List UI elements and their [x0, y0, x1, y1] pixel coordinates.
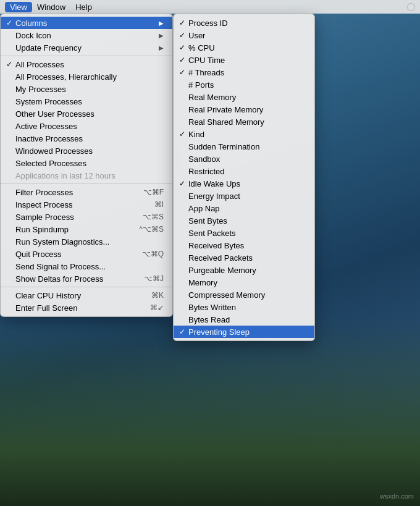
shortcut-inspect-process: ⌘I — [154, 200, 164, 209]
label-app-nap: App Nap — [188, 204, 306, 213]
traffic-light-close — [407, 3, 415, 11]
menu-item-run-spindump[interactable]: Run Spindump ^⌥⌘S — [1, 223, 172, 235]
menu-item-columns[interactable]: ✓ Columns ▶ — [1, 17, 172, 29]
submenu-item-sandbox[interactable]: Sandbox — [174, 153, 314, 165]
submenu-item-sent-bytes[interactable]: Sent Bytes — [174, 214, 314, 227]
label-send-signal: Send Signal to Process... — [15, 262, 164, 271]
submenu-item-cpu-pct[interactable]: ✓ % CPU — [174, 41, 314, 54]
label-received-bytes: Received Bytes — [188, 241, 306, 250]
menu-item-selected-processes[interactable]: Selected Processes — [1, 157, 172, 169]
submenu-item-kind[interactable]: ✓ Kind — [174, 128, 314, 140]
label-update-freq: Update Frequency — [15, 43, 154, 53]
shortcut-enter-fullscreen: ⌘↙ — [150, 303, 164, 312]
label-selected-processes: Selected Processes — [15, 159, 164, 168]
menu-item-all-hier[interactable]: All Processes, Hierarchically — [1, 70, 172, 83]
label-sample-process: Sample Process — [15, 213, 130, 222]
background-scenery — [0, 321, 420, 506]
menu-item-all-processes[interactable]: ✓ All Processes — [1, 58, 172, 70]
menu-item-windowed-processes[interactable]: Windowed Processes — [1, 145, 172, 157]
menu-bar: View Window Help — [0, 0, 420, 14]
label-show-deltas: Show Deltas for Process — [15, 274, 132, 284]
label-idle-wake-ups: Idle Wake Ups — [188, 179, 306, 188]
menu-item-my-processes[interactable]: My Processes — [1, 83, 172, 95]
label-sent-bytes: Sent Bytes — [188, 216, 306, 226]
submenu-item-restricted[interactable]: Restricted — [174, 165, 314, 177]
submenu-item-process-id[interactable]: ✓ Process ID — [174, 17, 314, 29]
submenu-item-user[interactable]: ✓ User — [174, 29, 314, 41]
label-memory: Memory — [188, 278, 306, 287]
menu-item-quit-process[interactable]: Quit Process ⌥⌘Q — [1, 248, 172, 260]
submenu-item-purgeable-memory[interactable]: Purgeable Memory — [174, 264, 314, 276]
menu-bar-view[interactable]: View — [5, 2, 32, 12]
label-enter-fullscreen: Enter Full Screen — [15, 303, 138, 313]
menu-item-other-user[interactable]: Other User Processes — [1, 108, 172, 120]
label-all-processes: All Processes — [15, 60, 164, 69]
label-cpu-pct: % CPU — [188, 43, 306, 53]
shortcut-run-spindump: ^⌥⌘S — [139, 225, 164, 234]
submenu-item-memory[interactable]: Memory — [174, 276, 314, 289]
menu-item-sample-process[interactable]: Sample Process ⌥⌘S — [1, 211, 172, 223]
submenu-item-real-memory[interactable]: Real Memory — [174, 91, 314, 103]
label-system-processes: System Processes — [15, 97, 164, 106]
menu-item-enter-fullscreen[interactable]: Enter Full Screen ⌘↙ — [1, 301, 172, 314]
label-sudden-termination: Sudden Termination — [188, 142, 306, 151]
menu-item-inspect-process[interactable]: Inspect Process ⌘I — [1, 198, 172, 211]
menu-bar-window[interactable]: Window — [32, 2, 70, 12]
label-columns: Columns — [15, 19, 154, 28]
label-run-spindump: Run Spindump — [15, 225, 127, 234]
menu-item-active-processes[interactable]: Active Processes — [1, 120, 172, 132]
label-run-system-diag: Run System Diagnostics... — [15, 237, 164, 247]
submenu-item-received-bytes[interactable]: Received Bytes — [174, 239, 314, 251]
submenu-item-bytes-read[interactable]: Bytes Read — [174, 313, 314, 326]
sep-3 — [1, 287, 172, 287]
label-threads: # Threads — [188, 68, 306, 77]
shortcut-sample-process: ⌥⌘S — [143, 213, 164, 221]
label-process-id: Process ID — [188, 19, 306, 28]
label-preventing-sleep: Preventing Sleep — [188, 327, 306, 337]
label-apps-last12: Applications in last 12 hours — [15, 171, 164, 180]
submenu-item-cpu-time[interactable]: ✓ CPU Time — [174, 54, 314, 66]
label-active-processes: Active Processes — [15, 122, 164, 131]
submenu-item-received-packets[interactable]: Received Packets — [174, 251, 314, 264]
menu-item-dock-icon[interactable]: Dock Icon ▶ — [1, 29, 172, 41]
submenu-item-compressed-memory[interactable]: Compressed Memory — [174, 289, 314, 301]
check-process-id: ✓ — [177, 19, 187, 27]
menu-item-inactive-processes[interactable]: Inactive Processes — [1, 132, 172, 145]
submenu-item-sent-packets[interactable]: Sent Packets — [174, 227, 314, 239]
menu-item-filter-processes[interactable]: Filter Processes ⌥⌘F — [1, 186, 172, 198]
check-threads: ✓ — [177, 68, 187, 77]
menu-item-show-deltas[interactable]: Show Deltas for Process ⌥⌘J — [1, 272, 172, 285]
check-kind: ✓ — [177, 130, 187, 138]
check-idle-wake-ups: ✓ — [177, 179, 187, 188]
submenu-item-real-private-memory[interactable]: Real Private Memory — [174, 103, 314, 116]
label-filter-processes: Filter Processes — [15, 188, 131, 197]
label-bytes-written: Bytes Written — [188, 303, 306, 312]
label-user: User — [188, 31, 306, 40]
arrow-columns: ▶ — [159, 20, 164, 27]
menu-item-run-system-diag[interactable]: Run System Diagnostics... — [1, 235, 172, 248]
label-inactive-processes: Inactive Processes — [15, 134, 164, 143]
label-compressed-memory: Compressed Memory — [188, 290, 306, 300]
submenu-item-energy-impact[interactable]: Energy Impact — [174, 190, 314, 202]
menu-item-send-signal[interactable]: Send Signal to Process... — [1, 260, 172, 272]
menu-item-update-frequency[interactable]: Update Frequency ▶ — [1, 41, 172, 54]
label-clear-cpu: Clear CPU History — [15, 291, 139, 300]
label-windowed-processes: Windowed Processes — [15, 146, 164, 156]
submenu-item-sudden-termination[interactable]: Sudden Termination — [174, 140, 314, 153]
main-menu: ✓ Columns ▶ Dock Icon ▶ Update Frequency… — [0, 14, 173, 317]
submenu-item-real-shared-memory[interactable]: Real Shared Memory — [174, 116, 314, 128]
submenu-item-preventing-sleep[interactable]: ✓ Preventing Sleep — [174, 326, 314, 338]
label-dock-icon: Dock Icon — [15, 31, 154, 40]
menu-item-system-processes[interactable]: System Processes — [1, 95, 172, 108]
submenu-item-ports[interactable]: # Ports — [174, 78, 314, 91]
label-inspect-process: Inspect Process — [15, 200, 142, 209]
menu-item-clear-cpu[interactable]: Clear CPU History ⌘K — [1, 289, 172, 301]
label-bytes-read: Bytes Read — [188, 315, 306, 324]
submenu-item-idle-wake-ups[interactable]: ✓ Idle Wake Ups — [174, 177, 314, 190]
label-other-user: Other User Processes — [15, 109, 164, 119]
label-kind: Kind — [188, 130, 306, 139]
submenu-item-threads[interactable]: ✓ # Threads — [174, 66, 314, 78]
submenu-item-bytes-written[interactable]: Bytes Written — [174, 301, 314, 313]
menu-bar-help[interactable]: Help — [70, 2, 97, 12]
submenu-item-app-nap[interactable]: App Nap — [174, 202, 314, 214]
